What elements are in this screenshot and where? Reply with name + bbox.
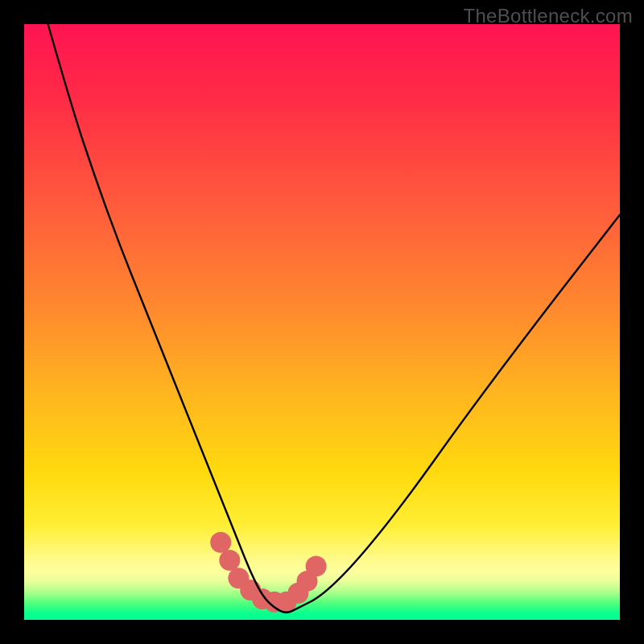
marker-dot bbox=[306, 555, 327, 576]
marker-group bbox=[210, 532, 326, 613]
watermark-text: TheBottleneck.com bbox=[463, 5, 633, 27]
figure-frame: TheBottleneck.com bbox=[0, 0, 644, 644]
chart-svg bbox=[24, 24, 620, 620]
plot-area bbox=[24, 24, 620, 620]
marker-dot bbox=[210, 532, 231, 553]
bottleneck-curve bbox=[48, 24, 620, 613]
marker-dot bbox=[219, 550, 240, 571]
